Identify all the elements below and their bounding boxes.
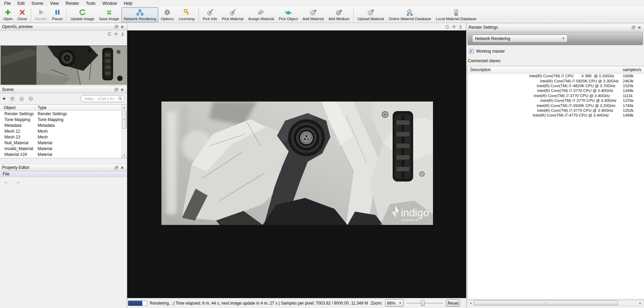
close-panel-button[interactable] [119,87,125,92]
online-material-database-button[interactable]: Online Material Database [386,7,433,22]
column-header-object[interactable]: Object [0,105,35,110]
update-image-button[interactable]: Update Image [68,7,96,22]
slave-row[interactable]: Intel(R) Core(TM) i7-3770 CPU @ 3.40GHz … [468,108,644,113]
slave-row[interactable]: Intel(R) Core(TM) i7-4770 CPU @ 3.40GHz … [468,113,644,118]
working-master-checkbox[interactable] [469,49,474,54]
slave-row[interactable]: Intel(R) Core(TM) i7-3930K CPU @ 3.20GHz… [468,103,644,108]
scrollbar-thumb[interactable] [474,300,618,305]
forward-arrow-icon[interactable]: → [15,179,21,185]
menu-help[interactable]: Help [120,0,136,6]
scene-toolbar [0,93,127,104]
slave-row[interactable]: Intel(R) Core(TM) i7 CPU X 980 @ 3.33GHz… [468,73,644,78]
scene-tree-row[interactable]: Invalid_MaterialMaterial [0,146,127,151]
scene-tree-row[interactable]: Render SettingsRender Settings [0,111,127,117]
close-panel-button[interactable] [636,25,642,30]
float-panel-button[interactable] [631,25,636,30]
add-material-button[interactable]: Add Material [300,7,326,22]
menu-edit[interactable]: Edit [14,0,28,6]
settings-mode-dropdown[interactable]: Network Rendering ▼ [472,35,568,42]
refresh-icon[interactable] [445,25,450,29]
zoom-slider[interactable] [406,299,443,307]
scene-tree-row[interactable]: Tone MappingTone Mapping [0,117,127,122]
slave-row[interactable]: Intel(R) Core(TM) i7-3770 CPU @ 3.40GHz … [468,98,644,103]
scene-tree-row[interactable]: Material #24Material [0,151,127,157]
render-canvas[interactable]: 2.336 EED [127,30,466,298]
close-panel-button[interactable] [119,24,125,29]
render-settings-header: Render Settings [466,24,644,31]
menu-file[interactable]: File [1,0,14,6]
scene-scrollbar[interactable]: ▲ ▼ [121,105,127,158]
options-button[interactable]: Options [158,7,176,22]
assign-material-icon [257,8,265,16]
close-button[interactable]: Close [15,7,29,22]
dock-icon[interactable] [120,32,125,36]
slave-row[interactable]: Intel(R) Core(TM) i7-4820K CPU @ 3.70GHz… [468,83,644,88]
fit-icon[interactable] [114,32,118,36]
reset-button[interactable]: Reset [446,299,460,307]
property-editor-nav: ← → [0,177,127,185]
scene-tree-row[interactable]: Mesh 12Mesh [0,128,127,134]
slave-row[interactable]: Intel(R) Core(TM) i7-3770 CPU @ 3.40GHz … [468,93,644,98]
pick-info-button[interactable]: Pick Info [200,7,220,22]
assign-material-button[interactable]: Assign Material [246,7,276,22]
pick-object-button[interactable]: Pick Object [276,7,300,22]
float-panel-button[interactable] [114,87,119,92]
object-cell: Mesh 13 [0,135,35,139]
scene-tree-row[interactable]: MetadataMetadata [0,122,127,128]
column-header-type[interactable]: Type [35,105,127,110]
toolbar-button-label: Licensing [179,17,194,21]
type-cell: Mesh [35,135,127,139]
menu-tools[interactable]: Tools [82,0,99,6]
scrollbar-thumb[interactable] [122,111,127,129]
scene-tree-row[interactable]: Mesh 13Mesh [0,134,127,140]
zoom-label: Zoom: [371,301,382,306]
float-panel-button[interactable] [114,24,119,29]
scene-tree-table: Object Type Render SettingsRender Settin… [0,104,127,158]
slave-row[interactable]: Intel(R) Core(TM) i7-5820K CPU @ 3.30GHz… [468,78,644,83]
property-editor-file-menu[interactable]: File [0,171,127,177]
add-medium-button[interactable]: Add Medium [326,7,352,22]
search-icon [118,96,122,101]
scroll-left-icon[interactable]: ◄ [468,300,473,305]
refresh-icon[interactable] [107,32,112,36]
menu-scene[interactable]: Scene [28,0,47,6]
float-panel-button[interactable] [114,165,119,170]
menu-window[interactable]: Window [99,0,120,6]
slaves-horizontal-scrollbar[interactable]: ◄ ► [468,300,643,306]
zoom-dropdown[interactable]: 66% ▼ [385,299,404,307]
fit-icon[interactable] [452,25,456,29]
collapse-tree-icon[interactable] [2,97,6,101]
save-image-button[interactable]: Save Image [96,7,121,22]
pick-material-button[interactable]: Pick Material [220,7,246,22]
material-icon[interactable] [18,96,25,102]
back-arrow-icon[interactable]: ← [3,179,9,185]
cube-icon[interactable] [28,96,34,102]
opengl-preview-viewport[interactable] [0,45,127,85]
toolbar-button-label: Online Material Database [389,17,431,21]
column-header-samples[interactable]: samples/s [623,67,644,72]
open-button[interactable]: Open [1,7,15,22]
toolbar-separator [198,8,199,21]
scroll-right-icon[interactable]: ► [638,300,643,305]
scene-filter-input[interactable] [84,96,118,101]
licensing-button[interactable]: Licensing [176,7,197,22]
scene-filter-box [80,95,125,102]
dock-icon[interactable] [458,25,463,29]
menu-render[interactable]: Render [62,0,82,6]
column-header-description[interactable]: Description [468,67,623,72]
render-button[interactable]: Render [32,7,50,22]
scroll-down-icon[interactable]: ▼ [122,153,127,158]
pause-button[interactable]: Pause [50,7,65,22]
scroll-up-icon[interactable]: ▲ [122,105,127,110]
upload-material-button[interactable]: Upload Material [355,7,386,22]
working-master-row: Working master [469,49,644,54]
emitter-icon[interactable] [9,96,15,102]
scene-tree-row[interactable]: Null_MaterialMaterial [0,140,127,146]
local-material-database-button[interactable]: Local Material Database [433,7,479,22]
menu-view[interactable]: View [47,0,62,6]
zoom-slider-thumb[interactable] [421,300,425,306]
close-panel-button[interactable] [119,165,125,170]
toolbar-button-label: Assign Material [248,17,274,21]
network-rendering-button[interactable]: Network Rendering [121,7,158,22]
slave-row[interactable]: Intel(R) Core(TM) i7-3770 CPU @ 3.40GHz … [468,88,644,93]
